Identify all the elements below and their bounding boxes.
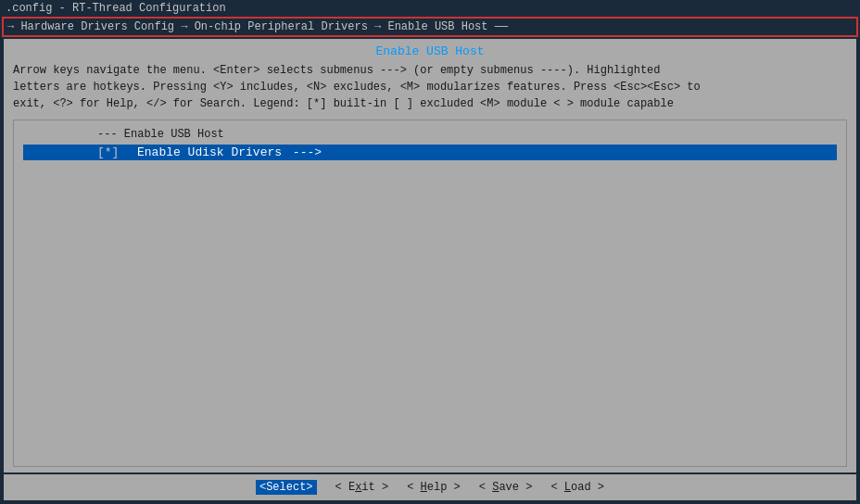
bottom-bar: <Select> < Exit > < Help > < Save > < Lo… <box>4 474 856 500</box>
title-text: .config - RT-Thread Configuration <box>6 2 226 15</box>
menu-item-label: Enable Udisk Drivers <box>122 145 282 159</box>
select-button[interactable]: <Select> <box>256 480 317 495</box>
main-content: Enable USB Host Arrow keys navigate the … <box>4 39 856 472</box>
help-text: Arrow keys navigate the menu. <Enter> se… <box>13 62 847 112</box>
exit-button[interactable]: < Exit > <box>335 481 389 494</box>
main-window: .config - RT-Thread Configuration → Hard… <box>0 0 860 504</box>
menu-section-title: --- Enable USB Host <box>23 128 837 141</box>
breadcrumb-bar: → Hardware Drivers Config → On-chip Peri… <box>2 17 858 37</box>
title-bar: .config - RT-Thread Configuration <box>0 0 860 17</box>
menu-item-arrow: ---> <box>285 145 322 159</box>
page-title: Enable USB Host <box>13 44 847 58</box>
menu-item-udisk[interactable]: [*] Enable Udisk Drivers ---> <box>23 145 837 160</box>
save-button[interactable]: < Save > <box>479 481 533 494</box>
load-button[interactable]: < Load > <box>550 481 604 494</box>
breadcrumb-text: → Hardware Drivers Config → On-chip Peri… <box>7 20 508 33</box>
menu-box: --- Enable USB Host [*] Enable Udisk Dri… <box>13 120 847 467</box>
help-button[interactable]: < Help > <box>407 481 461 494</box>
menu-item-bracket: [*] <box>97 145 119 159</box>
